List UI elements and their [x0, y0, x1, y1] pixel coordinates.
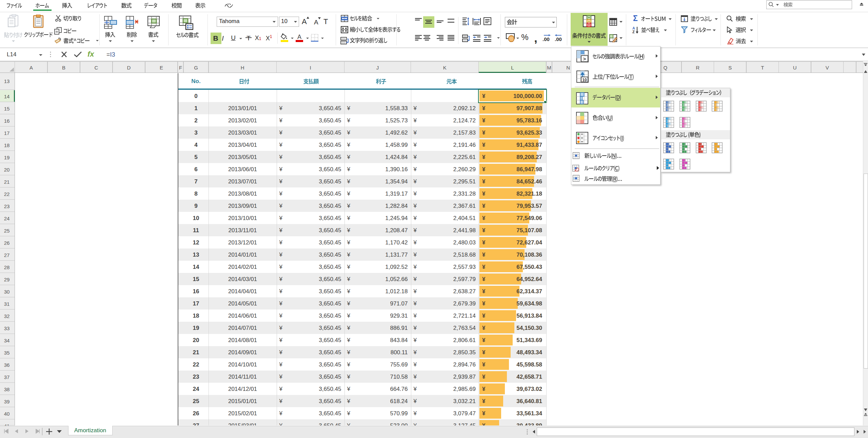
- svg-text:>: >: [583, 56, 586, 62]
- svg-text:10: 10: [582, 78, 587, 82]
